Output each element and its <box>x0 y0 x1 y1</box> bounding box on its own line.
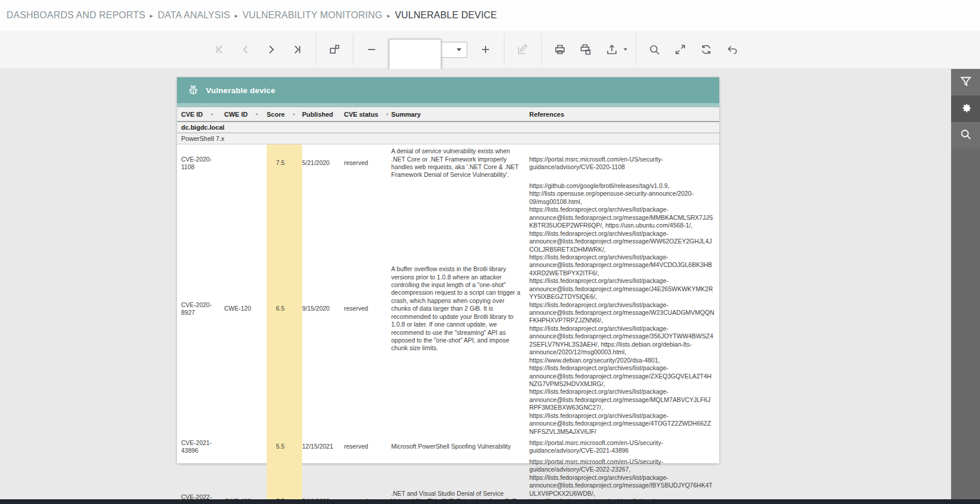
cell-score: 6.5 <box>267 182 302 436</box>
column-header-published[interactable]: Published <box>302 107 344 121</box>
undo-icon <box>726 43 739 56</box>
filter-button[interactable] <box>951 69 980 95</box>
cell-summary: A denial of service vulnerability exists… <box>391 144 529 182</box>
sort-ascending-icon: ▲ <box>255 113 259 116</box>
column-header-score[interactable]: Score ▲ <box>267 107 302 121</box>
chevron-down-icon <box>457 48 461 51</box>
cell-cve-status: reserved <box>344 182 391 436</box>
last-page-icon <box>291 44 303 55</box>
sort-ascending-icon: ▲ <box>385 113 389 116</box>
breadcrumb: DASHBOARDS AND REPORTS ▸ DATA ANALYSIS ▸… <box>0 0 980 31</box>
refresh-icon <box>700 43 713 56</box>
undo-button[interactable] <box>722 39 742 60</box>
toolbar-divider <box>504 34 504 65</box>
toolbar-divider <box>353 34 353 65</box>
cell-summary: Microsoft PowerShell Spoofing Vulnerabil… <box>391 436 529 458</box>
table-row: CVE-2020-1108 7.5 5/21/2020 reserved A d… <box>177 144 719 182</box>
cell-cve-status: reserved <box>344 436 391 458</box>
cell-cve-id: CVE-2020-1108 <box>181 144 224 182</box>
table-row: CVE-2020-8927 CWE-120 6.5 9/15/2020 rese… <box>177 182 719 436</box>
full-screen-icon <box>674 43 687 56</box>
cell-summary: A buffer overflow exists in the Brotli l… <box>391 182 529 436</box>
zoom-out-button[interactable] <box>362 39 382 60</box>
export-button[interactable] <box>602 39 622 60</box>
column-header-references[interactable]: References <box>529 107 719 121</box>
breadcrumb-item-data-analysis[interactable]: DATA ANALYSIS <box>158 10 230 21</box>
next-page-icon <box>266 44 277 55</box>
column-header-cwe-id[interactable]: CWE ID ▲ <box>224 107 267 121</box>
filter-icon <box>959 75 972 90</box>
breadcrumb-separator-icon: ▸ <box>235 12 238 19</box>
cell-published: 5/21/2020 <box>302 144 344 182</box>
toolbar-divider <box>541 34 542 65</box>
report-page: Vulnerable device CVE ID ▲ CWE ID ▲ Scor… <box>177 77 719 463</box>
full-screen-button[interactable] <box>670 39 690 60</box>
cell-cwe-id: CWE-120 <box>224 182 267 436</box>
chevron-down-icon[interactable] <box>624 48 627 51</box>
cell-references: https://portal.msrc.microsoft.com/en-US/… <box>529 458 719 504</box>
group-row-device: dc.bigdc.local <box>177 121 719 133</box>
table-row: CVE-2022-23267 CWE-400 7.5 5/10/2022 res… <box>177 458 719 504</box>
column-header-cve-status[interactable]: CVE status ▲ <box>344 107 391 121</box>
first-page-button[interactable] <box>209 39 230 60</box>
cell-references: https://portal.msrc.microsoft.com/en-US/… <box>529 436 719 458</box>
right-tool-rail <box>951 69 980 499</box>
zoom-in-button[interactable] <box>476 39 496 60</box>
breadcrumb-separator-icon: ▸ <box>387 12 390 19</box>
table-header-row: CVE ID ▲ CWE ID ▲ Score ▲ Published CVE … <box>177 107 719 121</box>
next-page-button[interactable] <box>261 39 281 60</box>
report-title: Vulnerable device <box>206 86 276 95</box>
cell-cve-id: CVE-2022-23267 <box>181 458 224 504</box>
window-bottom-edge <box>0 499 980 504</box>
cell-references: https://github.com/google/brotli/release… <box>529 182 719 436</box>
print-page-icon <box>579 43 592 56</box>
cell-published: 9/15/2020 <box>302 182 344 436</box>
column-header-cve-id[interactable]: CVE ID ▲ <box>181 107 224 121</box>
gear-icon <box>959 101 972 116</box>
bug-icon <box>187 84 199 97</box>
cell-score: 5.5 <box>267 436 302 458</box>
breadcrumb-item-dashboards[interactable]: DASHBOARDS AND REPORTS <box>6 10 145 21</box>
cell-cwe-id: CWE-400 <box>224 458 267 504</box>
previous-page-button[interactable] <box>235 39 255 60</box>
cell-summary: .NET and Visual Studio Denial of Service… <box>391 458 529 504</box>
breadcrumb-item-vulnerable-device: VULNERABLE DEVICE <box>395 10 497 21</box>
print-button[interactable] <box>550 39 570 60</box>
previous-page-icon <box>240 44 251 55</box>
cell-references: https://portal.msrc.microsoft.com/en-US/… <box>529 144 719 182</box>
cell-score: 7.5 <box>267 458 302 504</box>
group-row-product: PowerShell 7.x <box>177 133 719 144</box>
toolbar-divider <box>316 34 316 65</box>
search-icon <box>648 43 661 56</box>
first-page-icon <box>214 44 225 55</box>
cell-cve-status: reserved <box>344 458 391 504</box>
breadcrumb-item-vulnerability-monitoring[interactable]: VULNERABILITY MONITORING <box>242 10 382 21</box>
edit-report-button[interactable] <box>513 39 533 60</box>
sort-ascending-icon: ▲ <box>210 113 214 116</box>
report-header-strip <box>177 103 719 107</box>
table-row: CVE-2021-43896 5.5 12/15/2021 reserved M… <box>177 436 719 458</box>
refresh-button[interactable] <box>696 39 716 60</box>
report-viewer-window: DASHBOARDS AND REPORTS ▸ DATA ANALYSIS ▸… <box>0 0 980 504</box>
cell-cve-id: CVE-2020-8927 <box>181 182 224 436</box>
page-layout-button[interactable] <box>325 39 345 60</box>
cell-cwe-id <box>224 144 267 182</box>
column-header-summary[interactable]: Summary <box>391 107 529 121</box>
cell-cwe-id <box>224 436 267 458</box>
cell-cve-status: reserved <box>344 144 391 182</box>
page-layout-icon <box>328 43 341 56</box>
settings-button[interactable] <box>951 95 980 122</box>
cell-published: 12/15/2021 <box>302 436 344 458</box>
edit-icon <box>516 43 529 56</box>
cell-published: 5/10/2022 <box>302 458 344 504</box>
search-icon <box>959 128 972 143</box>
rail-search-button[interactable] <box>951 122 980 149</box>
report-toolbar: 1 of 4980 <box>0 31 980 69</box>
print-page-button[interactable] <box>576 39 596 60</box>
sort-ascending-icon: ▲ <box>292 113 296 116</box>
cell-score: 7.5 <box>267 144 302 182</box>
cell-cve-id: CVE-2021-43896 <box>181 436 224 458</box>
search-button[interactable] <box>644 39 664 60</box>
zoom-in-icon <box>480 44 491 55</box>
last-page-button[interactable] <box>287 39 307 60</box>
